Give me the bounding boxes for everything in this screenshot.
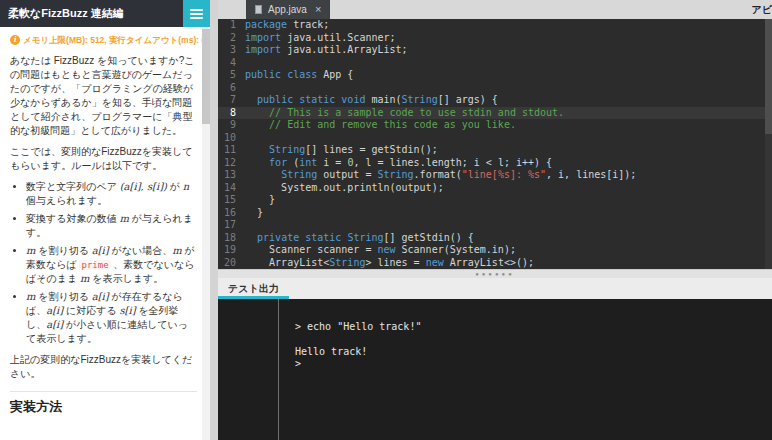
line-content	[245, 57, 251, 70]
menu-button[interactable]	[183, 0, 210, 27]
section-divider	[10, 391, 197, 392]
problem-scrollbar-thumb[interactable]	[202, 29, 210, 124]
code-line[interactable]: 5public class App {	[218, 69, 772, 82]
rules-list: 数字と文字列のペア (a[i], s[i]) が n 個与えられます。変換する対…	[10, 180, 197, 346]
editor-tabbar: App.java × アビ	[218, 0, 772, 19]
intro-paragraph: あなたは FizzBuzz を知っていますか?この問題はもともと言葉遊びのゲーム…	[10, 54, 197, 138]
code-line[interactable]: 20 ArrayList<String> lines = new ArrayLi…	[218, 257, 772, 270]
vertical-splitter[interactable]	[210, 0, 218, 440]
line-number: 19	[218, 244, 245, 257]
tab-app-java[interactable]: App.java ×	[246, 0, 330, 19]
rule-item: 変換する対象の数値 m が与えられます。	[26, 212, 197, 240]
line-content: import java.util.Scanner;	[245, 32, 396, 45]
code-line[interactable]: 14 System.out.println(output);	[218, 182, 772, 195]
editor-scrollbar-thumb[interactable]	[765, 19, 772, 134]
line-number: 17	[218, 219, 245, 232]
line-number: 7	[218, 94, 245, 107]
app-window: 柔軟なFizzBuzz 連結編 i メモリ上限(MB): 512, 実行タイムア…	[0, 0, 772, 440]
line-content: }	[245, 207, 263, 220]
line-content: private static String[] getStdin() {	[245, 232, 474, 245]
line-content: public class App {	[245, 69, 353, 82]
code-line[interactable]: 15 }	[218, 194, 772, 207]
line-number: 10	[218, 132, 245, 145]
line-number: 16	[218, 207, 245, 220]
line-content: package track;	[245, 19, 329, 32]
line-number: 18	[218, 232, 245, 245]
line-number: 12	[218, 157, 245, 170]
editor-scrollbar[interactable]	[765, 19, 772, 269]
rule-item: m を割り切る a[i] がない場合、m が素数ならば prime 、素数でない…	[26, 244, 197, 286]
line-content	[245, 219, 251, 232]
line-number: 4	[218, 57, 245, 70]
line-number: 3	[218, 44, 245, 57]
line-number: 5	[218, 69, 245, 82]
code-line[interactable]: 11 String[] lines = getStdin();	[218, 144, 772, 157]
line-content: ArrayList<String> lines = new ArrayList<…	[245, 257, 534, 270]
header-label[interactable]: アビ	[752, 0, 772, 19]
code-line[interactable]: 17	[218, 219, 772, 232]
line-number: 11	[218, 144, 245, 157]
console-divider	[278, 299, 279, 440]
line-content: for (int i = 0, l = lines.length; i < l;…	[245, 157, 552, 170]
test-output-console[interactable]: > echo "Hello track!" Hello track!>	[218, 299, 772, 440]
resource-limits-text: メモリ上限(MB): 512, 実行タイムアウト(ms): 6000	[23, 33, 202, 47]
line-number: 2	[218, 32, 245, 45]
rules-intro: ここでは、変則的なFizzBuzzを実装してもらいます。ルールは以下です。	[10, 145, 197, 173]
info-icon: i	[10, 35, 20, 45]
line-number: 14	[218, 182, 245, 195]
code-line[interactable]: 6	[218, 82, 772, 95]
tab-test-output[interactable]: テスト出力	[218, 278, 289, 299]
console-line: >	[295, 358, 772, 371]
code-line[interactable]: 12 for (int i = 0, l = lines.length; i <…	[218, 157, 772, 170]
output-header: テスト出力	[218, 278, 772, 299]
line-content	[245, 132, 251, 145]
rule-item: 数字と文字列のペア (a[i], s[i]) が n 個与えられます。	[26, 180, 197, 208]
tab-label: App.java	[268, 4, 307, 15]
code-line[interactable]: 4	[218, 57, 772, 70]
line-content: public static void main(String[] args) {	[245, 94, 498, 107]
code-line[interactable]: 18 private static String[] getStdin() {	[218, 232, 772, 245]
code-editor[interactable]: 1package track;2import java.util.Scanner…	[218, 19, 772, 269]
code-line[interactable]: 16 }	[218, 207, 772, 220]
code-line[interactable]: 3import java.util.ArrayList;	[218, 44, 772, 57]
line-number: 15	[218, 194, 245, 207]
line-content: // Edit and remove this code as you like…	[245, 119, 516, 132]
line-number: 9	[218, 119, 245, 132]
problem-body: i メモリ上限(MB): 512, 実行タイムアウト(ms): 6000 あなた…	[0, 27, 202, 440]
resource-limits: i メモリ上限(MB): 512, 実行タイムアウト(ms): 6000	[10, 33, 197, 47]
problem-header: 柔軟なFizzBuzz 連結編	[0, 0, 210, 27]
code-lines: 1package track;2import java.util.Scanner…	[218, 19, 772, 269]
code-line[interactable]: 19 Scanner scanner = new Scanner(System.…	[218, 244, 772, 257]
problem-scrollbar[interactable]	[202, 27, 210, 440]
line-number: 20	[218, 257, 245, 270]
console-line: > echo "Hello track!"	[295, 321, 772, 334]
code-line[interactable]: 10	[218, 132, 772, 145]
problem-title: 柔軟なFizzBuzz 連結編	[8, 6, 124, 21]
console-line: Hello track!	[295, 346, 772, 359]
line-content: import java.util.ArrayList;	[245, 44, 408, 57]
line-content: // This is a sample code to use stdin an…	[245, 107, 564, 120]
line-content: String[] lines = getStdin();	[245, 144, 438, 157]
code-line[interactable]: 7 public static void main(String[] args)…	[218, 94, 772, 107]
line-number: 6	[218, 82, 245, 95]
section-heading-implementation: 実装方法	[10, 400, 197, 414]
console-line	[295, 308, 772, 321]
console-line	[295, 333, 772, 346]
code-line[interactable]: 13 String output = String.format("line[%…	[218, 169, 772, 182]
line-content	[245, 82, 251, 95]
code-line[interactable]: 2import java.util.Scanner;	[218, 32, 772, 45]
close-tab-icon[interactable]: ×	[315, 4, 321, 15]
line-content: String output = String.format("line[%s]:…	[245, 169, 636, 182]
editor-area: App.java × アビ 1package track;2import jav…	[218, 0, 772, 440]
file-icon	[255, 5, 262, 14]
rule-item: m を割り切る a[i] が存在するならば、a[i] に対応する s[i] を全…	[26, 290, 197, 346]
code-line[interactable]: 1package track;	[218, 19, 772, 32]
line-content: System.out.println(output);	[245, 182, 444, 195]
line-content: }	[245, 194, 275, 207]
line-number: 13	[218, 169, 245, 182]
code-line[interactable]: 8 // This is a sample code to use stdin …	[218, 107, 772, 120]
outro-paragraph: 上記の変則的なFizzBuzzを実装してください。	[10, 353, 197, 381]
horizontal-splitter[interactable]: ●●●●●●	[218, 269, 772, 278]
line-number: 8	[218, 107, 245, 120]
code-line[interactable]: 9 // Edit and remove this code as you li…	[218, 119, 772, 132]
